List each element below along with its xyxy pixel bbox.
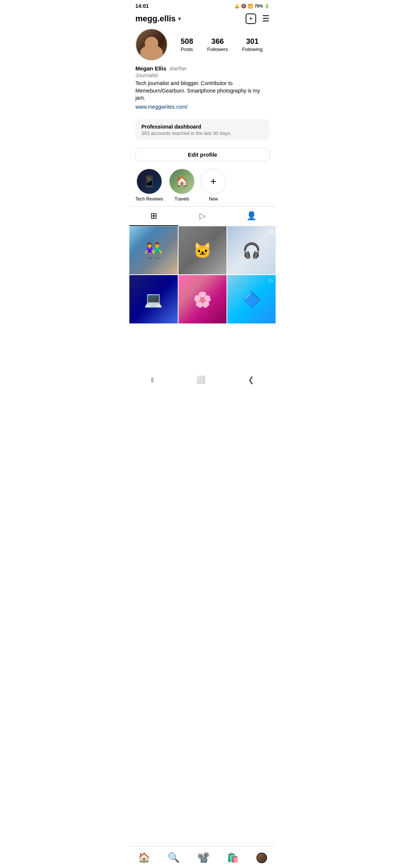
highlight-new[interactable]: + New [201, 169, 226, 202]
wifi-icon: 📶 [248, 4, 253, 9]
username-label: megg.ellis [135, 14, 176, 24]
profile-section: 508 Posts 366 Followers 301 Following Me… [129, 28, 276, 115]
tagged-icon: 👤 [246, 211, 256, 221]
profile-bio: Tech journalist and blogger. Contributor… [135, 80, 270, 102]
photo-grid: ⧉ ▷ [129, 226, 276, 323]
highlight-new-circle: + [201, 169, 226, 194]
profile-name: Megan Ellis [135, 65, 166, 72]
plus-icon: + [249, 15, 253, 23]
highlight-travels-label: Travels [175, 196, 189, 202]
profile-name-row: Megan Ellis she/her [135, 65, 270, 72]
highlights-row: Tech Reviews Travels + New [129, 164, 276, 206]
alarm-icon: 🔔 [234, 4, 240, 9]
tab-grid[interactable]: ⊞ [129, 207, 178, 226]
battery-icon: 🔋 [264, 4, 270, 9]
highlight-new-label: New [209, 196, 218, 202]
status-bar: 14:01 🔔 🔇 📶 75% 🔋 [129, 0, 276, 10]
android-back-btn[interactable]: ❮ [248, 375, 254, 384]
battery-text: 75% [255, 4, 263, 8]
followers-stat[interactable]: 366 Followers [207, 37, 228, 52]
tab-tagged[interactable]: 👤 [227, 207, 276, 226]
pro-dashboard-subtitle: 383 accounts reached in the last 30 days… [141, 130, 264, 136]
top-nav-icons: + ☰ [246, 13, 270, 24]
reel-badge: ▷ [269, 277, 273, 283]
avatar-image [136, 29, 167, 60]
menu-icon[interactable]: ☰ [262, 14, 270, 24]
grid-item-2[interactable] [178, 226, 227, 275]
pro-dashboard-title: Professional dashboard [141, 124, 264, 130]
mute-icon: 🔇 [241, 4, 246, 9]
profile-header: 508 Posts 366 Followers 301 Following [135, 28, 270, 61]
chevron-down-icon: ▾ [178, 16, 181, 22]
username-area[interactable]: megg.ellis ▾ [135, 14, 181, 24]
profile-title: Journalist [135, 72, 270, 78]
highlight-circle-travels [169, 169, 195, 194]
reels-icon: ▷ [200, 211, 206, 221]
highlight-tech-image [137, 169, 162, 194]
grid-item-5[interactable] [178, 275, 227, 323]
highlight-tech-label: Tech Reviews [135, 196, 163, 202]
android-nav: ⦀ ⬜ ❮ [129, 372, 276, 389]
highlight-tech-reviews[interactable]: Tech Reviews [135, 169, 163, 202]
posts-label: Posts [181, 46, 193, 52]
profile-link[interactable]: www.meggwrites.com/ [135, 104, 188, 110]
highlight-new-plus-icon: + [210, 175, 216, 187]
status-icons: 🔔 🔇 📶 75% 🔋 [234, 4, 270, 9]
status-time: 14:01 [135, 3, 149, 9]
multi-badge: ⧉ [270, 229, 273, 235]
content-tabs: ⊞ ▷ 👤 [129, 206, 276, 226]
android-recent-btn[interactable]: ⦀ [151, 376, 154, 384]
following-label: Following [242, 46, 262, 52]
tab-reels[interactable]: ▷ [178, 207, 227, 226]
posts-count: 508 [181, 37, 193, 46]
highlight-travels-image [170, 169, 194, 194]
edit-profile-button[interactable]: Edit profile [135, 148, 270, 161]
grid-icon: ⊞ [150, 211, 157, 221]
posts-stat[interactable]: 508 Posts [181, 37, 193, 52]
avatar[interactable] [135, 28, 168, 61]
highlight-circle-tech [136, 169, 162, 194]
pro-dashboard[interactable]: Professional dashboard 383 accounts reac… [135, 119, 270, 141]
grid-item-3[interactable]: ⧉ [227, 226, 276, 275]
top-nav: megg.ellis ▾ + ☰ [129, 10, 276, 28]
android-home-btn[interactable]: ⬜ [196, 375, 206, 384]
profile-pronouns: she/her [170, 66, 187, 72]
highlight-travels[interactable]: Travels [169, 169, 195, 202]
following-count: 301 [242, 37, 262, 46]
followers-label: Followers [207, 46, 228, 52]
add-post-button[interactable]: + [246, 13, 256, 24]
stats-row: 508 Posts 366 Followers 301 Following [174, 37, 270, 52]
followers-count: 366 [207, 37, 228, 46]
grid-item-4[interactable] [129, 275, 178, 323]
grid-item-1[interactable] [129, 226, 178, 275]
following-stat[interactable]: 301 Following [242, 37, 262, 52]
grid-item-6[interactable]: ▷ [227, 275, 276, 323]
